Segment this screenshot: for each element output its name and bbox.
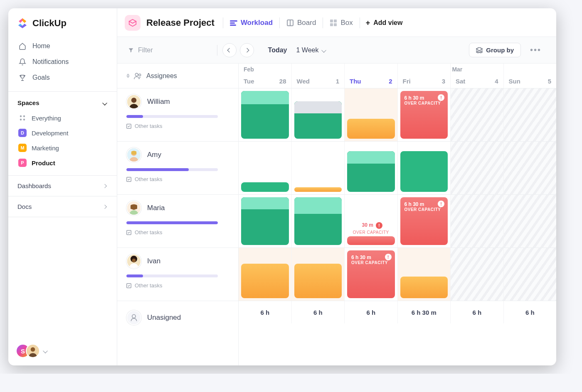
workload-bar[interactable] (241, 264, 289, 298)
calendar-footer-row: 6 h 6 h 6 h 6 h 30 m 6 h 6 h (239, 301, 556, 323)
workload-cell[interactable]: 6 h 30 m ! OVER CAPACITY (345, 248, 398, 301)
nav-home[interactable]: Home (14, 38, 111, 54)
space-label: Product (32, 159, 55, 167)
workload-cell-weekend (451, 142, 504, 194)
svg-rect-12 (330, 23, 333, 26)
spaces-header[interactable]: Spaces (16, 97, 109, 110)
filter-icon (128, 47, 134, 53)
view-workload[interactable]: Workload (223, 16, 279, 29)
day-header[interactable]: Sun5 (504, 64, 557, 88)
next-button[interactable] (240, 43, 254, 57)
workload-cell-weekend (451, 195, 504, 247)
sidebar-dashboards[interactable]: Dashboards (8, 175, 117, 196)
prev-button[interactable] (222, 43, 237, 57)
assignee-unassigned[interactable]: Unasigned (117, 301, 238, 334)
workload-cell[interactable] (239, 142, 292, 194)
workload-cell[interactable] (398, 248, 451, 301)
workload-row: 6 h 30 m ! OVER CAPACITY (239, 88, 556, 142)
workload-cell[interactable] (345, 88, 398, 141)
project-icon[interactable] (125, 15, 141, 31)
logo-text: ClickUp (32, 18, 67, 29)
workload-bar[interactable] (294, 101, 342, 139)
avatar (126, 94, 141, 109)
workload-cell[interactable] (239, 88, 292, 141)
workload-cell[interactable] (292, 142, 345, 194)
assignee-ivan[interactable]: Ivan Other tasks (117, 248, 238, 301)
svg-point-1 (24, 116, 25, 117)
workload-bar[interactable] (294, 187, 342, 192)
view-box[interactable]: Box (323, 16, 359, 29)
over-capacity-badge: 6 h 30 m ! OVER CAPACITY (404, 201, 444, 212)
space-everything[interactable]: Everything (16, 110, 109, 125)
workload-bar[interactable] (347, 151, 395, 192)
assignee-william[interactable]: William Other tasks (117, 88, 238, 142)
day-header[interactable]: Wed1 (292, 64, 345, 88)
assignee-amy[interactable]: Amy Other tasks (117, 142, 238, 195)
svg-point-29 (132, 315, 136, 318)
project-title: Release Project (146, 17, 215, 28)
profile-area[interactable]: S (8, 336, 117, 365)
workload-cell[interactable] (292, 88, 345, 141)
nav-notifications[interactable]: Notifications (14, 54, 111, 70)
toolbar: Filter Today 1 Week Group by ••• (117, 37, 556, 64)
day-header[interactable]: Fri3 (398, 64, 451, 88)
workload-bar[interactable] (241, 182, 289, 192)
nav-goals[interactable]: Goals (14, 70, 111, 86)
calendar-header: Feb Mar Tue28 Wed1 Thu2 Fri3 Sat4 Sun5 (239, 64, 556, 88)
workload-bar-overcapacity[interactable] (347, 236, 395, 245)
today-button[interactable]: Today (264, 47, 291, 54)
range-select[interactable]: 1 Week (296, 47, 327, 54)
workload-bar[interactable] (241, 91, 289, 139)
other-tasks-toggle[interactable]: Other tasks (126, 123, 229, 129)
docs-label: Docs (17, 203, 32, 210)
chevron-down-icon (43, 348, 48, 353)
assignee-maria[interactable]: Maria Other tasks (117, 195, 238, 248)
checklist-icon (126, 230, 131, 235)
workload-cell[interactable]: 6 h 30 m ! OVER CAPACITY (398, 195, 451, 247)
filter-button[interactable]: Filter (128, 47, 153, 54)
more-button[interactable]: ••• (526, 43, 545, 57)
workload-cell[interactable] (239, 195, 292, 247)
group-by-button[interactable]: Group by (469, 43, 521, 57)
bell-icon (18, 58, 27, 66)
workload-bar[interactable] (294, 197, 342, 245)
space-marketing[interactable]: M Marketing (16, 140, 109, 155)
svg-rect-11 (334, 20, 337, 22)
warning-icon: ! (438, 201, 444, 207)
assignee-name: Maria (147, 204, 165, 212)
workload-cell[interactable] (292, 248, 345, 301)
workload-cell-weekend (504, 88, 557, 141)
other-tasks-toggle[interactable]: Other tasks (126, 282, 229, 289)
view-board[interactable]: Board (280, 16, 323, 29)
workload-bar[interactable] (347, 119, 395, 139)
logo[interactable]: ClickUp (8, 8, 117, 37)
space-product[interactable]: P Product (16, 155, 109, 170)
day-header-current[interactable]: Thu2 (345, 64, 398, 88)
trophy-icon (18, 74, 27, 82)
sidebar: ClickUp Home Notifications Goals Spaces (8, 8, 117, 365)
other-tasks-toggle[interactable]: Other tasks (126, 229, 229, 235)
workload-cell[interactable]: 30 m! OVER CAPACITY (345, 195, 398, 247)
workload-cell[interactable]: 6 h 30 m ! OVER CAPACITY (398, 88, 451, 141)
other-tasks-toggle[interactable]: Other tasks (126, 176, 229, 182)
workload-cell[interactable] (239, 248, 292, 301)
assignee-header[interactable]: Assignees (117, 64, 238, 88)
workload-bar-overcapacity[interactable]: 6 h 30 m ! OVER CAPACITY (400, 197, 448, 245)
add-view-button[interactable]: + Add view (360, 16, 409, 30)
workload-bar[interactable] (400, 151, 448, 192)
sidebar-docs[interactable]: Docs (8, 196, 117, 217)
workload-bar[interactable] (400, 277, 448, 298)
workload-bar[interactable] (294, 264, 342, 298)
topbar: Release Project Workload Board Box + Add… (117, 8, 556, 37)
workload-cell[interactable] (292, 195, 345, 247)
sort-icon (126, 74, 130, 78)
workload-cell[interactable] (398, 142, 451, 194)
user-avatar (26, 344, 40, 358)
workload-bar-overcapacity[interactable]: 6 h 30 m ! OVER CAPACITY (347, 250, 395, 298)
workload-grid: Assignees William Other tasks (117, 64, 556, 365)
space-development[interactable]: D Development (16, 125, 109, 140)
space-everything-label: Everything (32, 115, 61, 122)
workload-bar[interactable] (241, 197, 289, 245)
workload-cell[interactable] (345, 142, 398, 194)
workload-bar-overcapacity[interactable]: 6 h 30 m ! OVER CAPACITY (400, 91, 448, 139)
